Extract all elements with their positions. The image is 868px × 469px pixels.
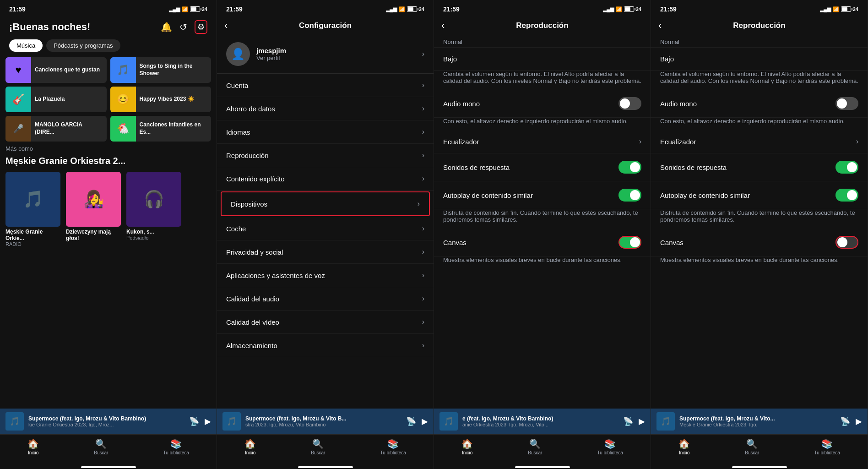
nav-inicio-3[interactable]: 🏠 Inicio: [461, 438, 473, 455]
artist-sub-3: Podsiadło: [126, 235, 181, 240]
repro-item-eq-1[interactable]: Ecualizador ›: [434, 130, 651, 153]
nav-biblioteca-3[interactable]: 📚 Tu biblioteca: [597, 438, 623, 455]
profile-info: jmespjim Ver perfil: [256, 47, 416, 61]
mini-player-4[interactable]: 🎵 Supermoce (feat. Igo, Mrozu & Vito... …: [651, 409, 868, 434]
cast-button-4[interactable]: 📡: [840, 416, 850, 426]
battery-label-1: 24: [202, 6, 207, 12]
mini-player-1[interactable]: 🎵 Supermoce (feat. Igo, Mrozu & Vito Bam…: [0, 409, 217, 434]
back-button-repro-1[interactable]: ‹: [441, 20, 445, 32]
toggle-autoplay-2[interactable]: [835, 189, 858, 202]
back-button-repro-2[interactable]: ‹: [658, 20, 662, 32]
settings-label-idiomas: Idiomas: [226, 128, 250, 136]
nav-label-buscar-3: Buscar: [528, 450, 542, 455]
settings-item-cuenta[interactable]: Cuenta ›: [217, 74, 434, 97]
mini-player-2[interactable]: 🎵 Supermoce (feat. Igo, Mrozu & Vito B..…: [217, 409, 434, 434]
repro-item-eq-2[interactable]: Ecualizador ›: [651, 130, 868, 153]
nav-inicio-2[interactable]: 🏠 Inicio: [244, 438, 256, 455]
settings-item-coche[interactable]: Coche ›: [217, 217, 434, 240]
nav-buscar-3[interactable]: 🔍 Buscar: [528, 438, 542, 455]
library-nav-icon-1: 📚: [170, 438, 182, 449]
toggle-sonidos-2[interactable]: [835, 161, 858, 174]
signal-icon-3: ▂▄▆: [603, 6, 614, 12]
nav-label-inicio-3: Inicio: [462, 450, 472, 455]
tab-musica[interactable]: Música: [9, 39, 43, 52]
artist-card-3[interactable]: 🎧 Kukon, s... Podsiadło: [126, 172, 181, 247]
mini-player-controls-4: 📡 ▶: [840, 416, 862, 426]
artist-card-1[interactable]: 🎵 Męskie Granie Orkie... RADIO: [5, 172, 60, 247]
toggle-canvas-2[interactable]: [835, 236, 858, 249]
chevron-idiomas: ›: [422, 128, 424, 136]
artist-card-2[interactable]: 👩‍🎤 Dziewczyny mają głos!: [66, 172, 121, 247]
chevron-coche: ›: [422, 224, 424, 233]
cast-button-2[interactable]: 📡: [406, 416, 416, 426]
playlist-title-2: Songs to Sing in the Shower: [136, 63, 212, 77]
settings-button[interactable]: ⚙: [195, 20, 207, 34]
settings-item-dispositivos[interactable]: Dispositivos ›: [221, 191, 430, 216]
nav-biblioteca-2[interactable]: 📚 Tu biblioteca: [380, 438, 406, 455]
tab-podcasts[interactable]: Pódcasts y programas: [46, 39, 120, 52]
repro-item-canvas-1: Canvas: [434, 229, 651, 256]
nav-biblioteca-1[interactable]: 📚 Tu biblioteca: [163, 438, 189, 455]
toggle-canvas-1[interactable]: [618, 236, 641, 249]
settings-item-idiomas[interactable]: Idiomas ›: [217, 120, 434, 144]
settings-item-contenido[interactable]: Contenido explícito ›: [217, 167, 434, 191]
settings-item-reproduccion[interactable]: Reproducción ›: [217, 144, 434, 167]
repro-label-autoplay-1: Autoplay de contenido similar: [443, 191, 533, 199]
artist-sub-1: RADIO: [5, 241, 60, 247]
status-time-2: 21:59: [226, 5, 243, 13]
playlist-title-3: La Plazuela: [31, 96, 68, 103]
scrolled-normal-2: Normal: [651, 35, 868, 48]
chevron-ahorro: ›: [422, 104, 424, 113]
settings-item-ahorro[interactable]: Ahorro de datos ›: [217, 97, 434, 120]
toggle-mono-2[interactable]: [835, 97, 858, 110]
settings-label-audio: Calidad del audio: [226, 295, 279, 303]
nav-buscar-4[interactable]: 🔍 Buscar: [745, 438, 759, 455]
bell-icon[interactable]: 🔔: [161, 22, 172, 33]
settings-item-aplicaciones[interactable]: Aplicaciones y asistentes de voz ›: [217, 264, 434, 287]
settings-label-dispositivos: Dispositivos: [231, 200, 267, 208]
repro-desc-canvas-2: Muestra elementos visuales breves en buc…: [651, 256, 868, 269]
status-icons-1: ▂▄▆ 📶 24: [169, 6, 207, 12]
home-indicator-4: [732, 466, 787, 468]
playlist-title-4: Happy Vibes 2023 ☀️: [136, 96, 198, 103]
play-button-1[interactable]: ▶: [205, 416, 211, 426]
settings-item-almacenamiento[interactable]: Almacenamiento ›: [217, 334, 434, 357]
playlist-card-3[interactable]: 🎸 La Plazuela: [5, 87, 107, 112]
settings-item-video[interactable]: Calidad del vídeo ›: [217, 311, 434, 334]
nav-buscar-1[interactable]: 🔍 Buscar: [94, 438, 108, 455]
cast-button-1[interactable]: 📡: [189, 416, 199, 426]
toggle-mono-1[interactable]: [618, 97, 641, 110]
nav-inicio-1[interactable]: 🏠 Inicio: [27, 438, 39, 455]
nav-buscar-2[interactable]: 🔍 Buscar: [311, 438, 325, 455]
toggle-autoplay-1[interactable]: [618, 189, 641, 202]
back-button-config[interactable]: ‹: [224, 20, 228, 32]
history-icon[interactable]: ↺: [179, 22, 187, 33]
settings-item-audio[interactable]: Calidad del audio ›: [217, 287, 434, 311]
chevron-aplicaciones: ›: [422, 271, 424, 279]
play-button-3[interactable]: ▶: [639, 416, 645, 426]
play-button-4[interactable]: ▶: [856, 416, 862, 426]
status-icons-2: ▂▄▆ 📶 24: [386, 6, 424, 12]
settings-item-privacidad[interactable]: Privacidad y social ›: [217, 240, 434, 264]
status-icons-4: ▂▄▆ 📶 24: [820, 6, 858, 12]
playlist-card-4[interactable]: 😊 Happy Vibes 2023 ☀️: [110, 87, 212, 112]
repro-label-sonidos-2: Sonidos de respuesta: [660, 164, 727, 171]
settings-list: Cuenta › Ahorro de datos › Idiomas › Rep…: [217, 74, 434, 409]
mini-player-title-4: Supermoce (feat. Igo, Mrozu & Vito...: [679, 415, 835, 422]
chevron-video: ›: [422, 318, 424, 326]
playlist-card-2[interactable]: 🎵 Songs to Sing in the Shower: [110, 57, 212, 83]
chevron-dispositivos: ›: [418, 200, 420, 208]
battery-icon-3: [624, 6, 634, 12]
playlist-card-6[interactable]: 🐔 Canciones Infantiles en Es...: [110, 116, 212, 142]
profile-section[interactable]: 👤 jmespjim Ver perfil ›: [217, 35, 434, 74]
nav-inicio-4[interactable]: 🏠 Inicio: [678, 438, 690, 455]
playlist-card-1[interactable]: ♥ Canciones que te gustan: [5, 57, 107, 83]
playlist-card-5[interactable]: 🎤 MANOLO GARCIA (DIRE...: [5, 116, 107, 142]
repro-item-autoplay-1: Autoplay de contenido similar: [434, 181, 651, 209]
cast-button-3[interactable]: 📡: [623, 416, 633, 426]
play-button-2[interactable]: ▶: [422, 416, 428, 426]
mini-player-3[interactable]: 🎵 e (feat. Igo, Mrozu & Vito Bambino) an…: [434, 409, 651, 434]
nav-biblioteca-4[interactable]: 📚 Tu biblioteca: [814, 438, 840, 455]
repro-label-eq-1: Ecualizador: [443, 138, 479, 146]
toggle-sonidos-1[interactable]: [618, 161, 641, 174]
